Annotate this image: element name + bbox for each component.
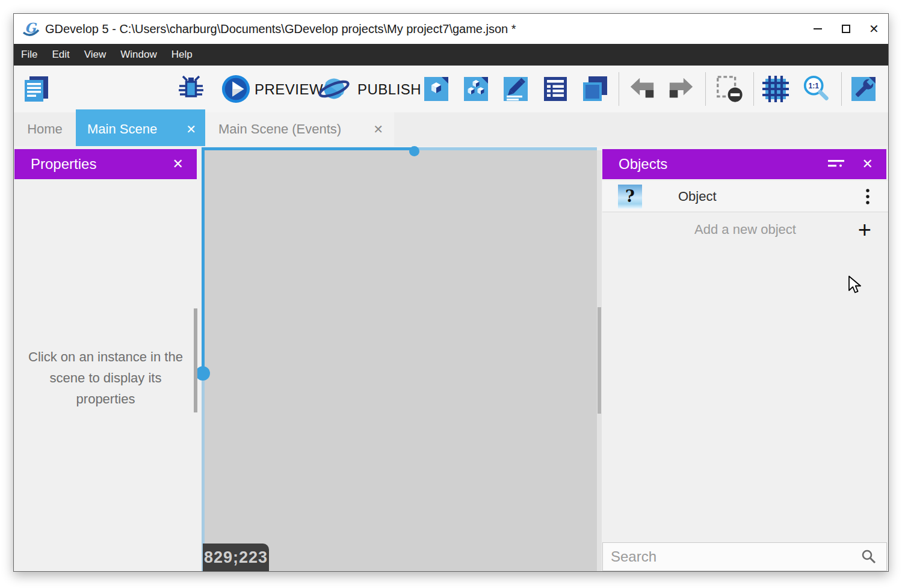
edit-events-icon[interactable]	[501, 75, 530, 103]
gdevelop-window: G GDevelop 5 - C:\Users\charburg\Documen…	[13, 13, 889, 572]
zoom-original-icon[interactable]: 1:1	[802, 74, 832, 104]
tab-close-icon[interactable]: ✕	[186, 123, 196, 135]
unknown-object-icon: ?	[618, 185, 642, 209]
scene-canvas[interactable]: 829;223	[197, 146, 602, 571]
mouse-cursor	[848, 275, 864, 294]
plus-icon: +	[858, 218, 871, 241]
close-button[interactable]: ✕	[860, 14, 888, 44]
objects-close-icon[interactable]: ✕	[862, 156, 873, 172]
scene-border-left	[202, 147, 205, 376]
scene-border-left-light	[202, 376, 205, 571]
canvas-scrollbar-thumb[interactable]	[598, 307, 601, 414]
scene-border-top-light	[414, 147, 597, 150]
menu-item-file[interactable]: File	[14, 44, 45, 66]
publish-globe-icon[interactable]	[318, 73, 350, 105]
tab-main-scene-events[interactable]: Main Scene (Events) ✕	[205, 112, 394, 146]
tab-label: Home	[27, 121, 63, 137]
tab-label: Main Scene (Events)	[218, 121, 341, 137]
toolbar-separator	[841, 72, 842, 106]
toggle-grid-icon[interactable]	[761, 75, 790, 103]
object-name: Object	[678, 189, 717, 204]
maximize-icon	[842, 25, 850, 33]
menu-item-view[interactable]: View	[77, 44, 114, 66]
main-content: Properties ✕ Click on an instance in the…	[14, 146, 888, 571]
window-title: GDevelop 5 - C:\Users\charburg\Documents…	[45, 22, 516, 36]
edit-scene-icon[interactable]	[422, 75, 451, 103]
properties-panel-title: Properties	[31, 156, 96, 173]
objects-panel-header: Objects ✕	[602, 149, 886, 179]
redo-icon[interactable]	[667, 75, 695, 102]
more-options-icon[interactable]	[865, 188, 870, 205]
properties-panel: Properties ✕ Click on an instance in the…	[14, 146, 197, 571]
project-manager-icon[interactable]	[22, 75, 51, 103]
toolbar-separator	[753, 72, 754, 106]
menu-item-window[interactable]: Window	[113, 44, 164, 66]
toolbar-separator	[619, 72, 619, 106]
gdevelop-logo-icon: G	[22, 20, 40, 38]
minimize-button[interactable]	[803, 14, 832, 44]
scene-border-top	[202, 147, 414, 150]
search-icon[interactable]	[861, 549, 877, 565]
menu-item-help[interactable]: Help	[164, 44, 200, 66]
scene-properties-icon[interactable]	[541, 75, 570, 103]
scene-settings-wrench-icon[interactable]	[849, 75, 878, 103]
properties-empty-message: Click on an instance in the scene to dis…	[27, 346, 184, 409]
objects-panel: Objects ✕ ? Object Add a new object	[602, 146, 888, 571]
tab-close-icon[interactable]: ✕	[373, 123, 383, 135]
preview-play-icon[interactable]	[221, 74, 251, 104]
tab-label: Main Scene	[87, 121, 157, 137]
properties-panel-header: Properties ✕	[14, 149, 197, 179]
svg-text:1:1: 1:1	[809, 82, 820, 90]
preview-button[interactable]: PREVIEW	[255, 81, 323, 98]
add-object-label: Add a new object	[694, 222, 796, 237]
minimize-icon	[814, 28, 822, 29]
canvas-scrollbar-left[interactable]	[194, 308, 197, 412]
tab-bar: Home Main Scene ✕ Main Scene (Events) ✕	[14, 112, 888, 146]
window-controls: ✕	[803, 14, 888, 44]
object-list-item[interactable]: ? Object	[602, 181, 888, 212]
object-search-bar	[602, 542, 887, 571]
publish-button[interactable]: PUBLISH	[357, 81, 421, 98]
svg-text:G: G	[25, 20, 37, 35]
cursor-coordinates-badge: 829;223	[203, 544, 269, 571]
toolbar: PREVIEW PUBLISH	[14, 66, 888, 112]
scene-resize-handle-top[interactable]	[409, 146, 419, 156]
layers-icon[interactable]	[581, 75, 610, 103]
objects-panel-title: Objects	[619, 156, 667, 173]
toggle-mask-icon[interactable]	[714, 74, 744, 104]
menu-item-edit[interactable]: Edit	[45, 44, 76, 66]
tab-home[interactable]: Home	[14, 112, 76, 146]
search-input[interactable]	[603, 548, 861, 565]
scene-window-area[interactable]	[205, 150, 597, 571]
title-bar: G GDevelop 5 - C:\Users\charburg\Documen…	[14, 14, 888, 44]
undo-icon[interactable]	[628, 75, 656, 102]
debugger-icon[interactable]	[176, 75, 205, 103]
tab-main-scene[interactable]: Main Scene ✕	[76, 112, 205, 146]
menu-bar: File Edit View Window Help	[14, 44, 888, 66]
filter-icon[interactable]	[828, 159, 844, 170]
maximize-button[interactable]	[832, 14, 860, 44]
close-icon: ✕	[869, 23, 879, 35]
edit-objects-icon[interactable]	[462, 75, 490, 103]
scene-resize-handle-left[interactable]	[196, 366, 210, 381]
properties-close-icon[interactable]: ✕	[173, 156, 184, 172]
toolbar-separator	[705, 72, 706, 106]
add-object-button[interactable]: Add a new object +	[602, 212, 888, 247]
